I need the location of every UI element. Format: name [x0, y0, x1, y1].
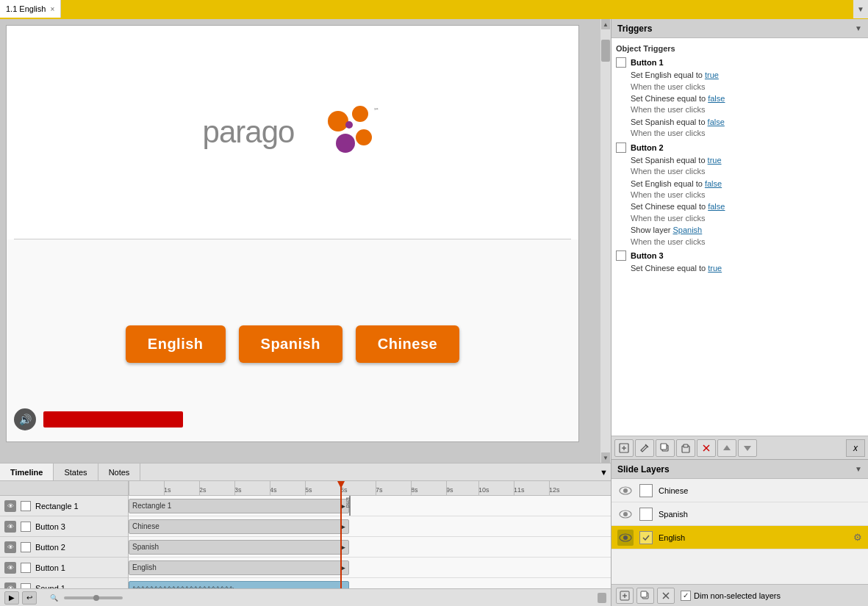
layer-item-spanish[interactable]: Spanish	[611, 502, 868, 526]
track-block-sound1[interactable]: ∿∿∿∿∿∿∿∿∿∿∿∿∿∿∿∿∿∿∿∿∿∿∿	[129, 581, 349, 589]
scroll-thumb[interactable]	[601, 40, 610, 62]
trigger-link-b2-4[interactable]: Spanish	[672, 226, 702, 234]
dim-layers-control[interactable]: ✓ Dim non-selected layers	[681, 591, 781, 601]
ruler-mark-3s: 3s	[234, 486, 242, 494]
timeline-dropdown-arrow[interactable]: ▼	[600, 468, 608, 477]
trigger-checkbox-button1[interactable]	[616, 57, 626, 68]
chinese-button[interactable]: Chinese	[356, 325, 459, 363]
trigger-checkbox-button2[interactable]	[616, 143, 626, 153]
spanish-button[interactable]: Spanish	[239, 325, 342, 363]
timeline-play-button[interactable]: ▶	[4, 591, 19, 605]
dim-layers-checkmark: ✓	[683, 591, 689, 599]
trigger-link-b2-2[interactable]: false	[705, 179, 722, 188]
trigger-edit-button[interactable]	[635, 439, 654, 457]
layer-add-button[interactable]	[616, 588, 634, 604]
track-eye-button1[interactable]: 👁	[4, 562, 16, 574]
layer-check-chinese[interactable]	[639, 484, 653, 497]
track-block-chinese[interactable]: Chinese ▶	[129, 519, 349, 534]
trigger-add-button[interactable]	[614, 439, 634, 457]
trigger-link-b1-3[interactable]: false	[708, 118, 725, 126]
track-block-label-rectangle1: Rectangle 1	[132, 502, 171, 510]
layer-copy-button[interactable]	[636, 588, 654, 604]
layers-content: Chinese Spanish	[611, 479, 868, 584]
ruler-mark-2s: 2s	[199, 486, 207, 494]
trigger-sub-b1-3: When the user clicks	[616, 128, 864, 139]
layer-check-spanish[interactable]	[639, 508, 653, 521]
top-bar: 1.1 English × ▼	[0, 0, 868, 19]
layer-eye-spanish[interactable]	[617, 506, 634, 522]
tab-english[interactable]: 1.1 English ×	[0, 0, 61, 18]
svg-point-19	[623, 488, 628, 493]
layer-gear-english[interactable]: ⚙	[853, 532, 862, 543]
track-row-spanish: Spanish ▶	[129, 537, 611, 558]
tab-states[interactable]: States	[54, 463, 98, 480]
track-eye-rectangle1[interactable]: 👁	[4, 500, 16, 512]
zoom-slider-thumb[interactable]	[93, 595, 99, 601]
ruler-mark-1s: 1s	[164, 486, 171, 494]
layer-item-chinese[interactable]: Chinese	[611, 479, 868, 502]
trigger-link-b2-3[interactable]: false	[708, 202, 725, 211]
layer-item-english[interactable]: English ⚙	[611, 526, 868, 549]
layer-eye-english[interactable]	[617, 530, 634, 546]
layer-delete-button[interactable]	[657, 588, 675, 604]
trigger-copy-button[interactable]	[656, 439, 675, 457]
trigger-link-b3-1[interactable]: true	[708, 264, 722, 273]
timeline-scrollbar[interactable]	[598, 593, 606, 603]
timeline-back-button[interactable]: ↩	[22, 591, 37, 605]
tab-notes[interactable]: Notes	[98, 463, 141, 480]
scroll-up-arrow[interactable]: ▲	[601, 19, 610, 29]
slide-layers-arrow[interactable]: ▼	[855, 465, 862, 473]
tab-label: 1.1 English	[6, 4, 46, 13]
svg-point-21	[623, 512, 628, 516]
trigger-delete-button[interactable]	[697, 439, 716, 457]
timeline-tab-ext: ▼	[140, 463, 611, 480]
svg-rect-28	[641, 591, 647, 597]
trigger-checkbox-button3[interactable]	[616, 250, 626, 261]
ruler-mark-10s: 10s	[478, 486, 489, 494]
layer-name-chinese: Chinese	[659, 486, 862, 495]
layer-check-english[interactable]	[639, 531, 653, 544]
track-check-button3[interactable]	[21, 522, 31, 532]
triggers-panel-arrow[interactable]: ▼	[855, 24, 862, 32]
corner-dropdown[interactable]: ▼	[853, 0, 868, 18]
trigger-sub-b1-1: When the user clicks	[616, 82, 864, 93]
track-check-button2[interactable]	[21, 542, 31, 552]
track-check-sound1[interactable]	[21, 583, 31, 589]
track-eye-sound1[interactable]: 👁	[4, 582, 16, 589]
trigger-link-b1-2[interactable]: false	[708, 94, 725, 103]
ruler-mark-5s: 5s	[305, 486, 312, 494]
track-block-english[interactable]: English ▶	[129, 560, 349, 575]
audio-progress-bar	[43, 411, 183, 428]
trigger-paste-button[interactable]	[676, 439, 695, 457]
svg-marker-16	[723, 445, 731, 450]
track-eye-button3[interactable]: 👁	[4, 521, 16, 533]
english-button[interactable]: English	[126, 325, 226, 363]
track-eye-button2[interactable]: 👁	[4, 541, 16, 553]
track-block-spanish[interactable]: Spanish ▶	[129, 540, 349, 555]
dim-layers-checkbox[interactable]: ✓	[681, 591, 691, 601]
slide-layers-header: Slide Layers ▼	[611, 460, 868, 479]
trigger-x-button[interactable]: x	[846, 439, 865, 457]
zoom-slider[interactable]	[64, 596, 123, 599]
trigger-link-b1-1[interactable]: true	[705, 71, 719, 79]
trigger-move-up-button[interactable]	[717, 439, 736, 457]
tab-timeline[interactable]: Timeline	[0, 463, 54, 480]
audio-icon[interactable]: 🔊	[14, 408, 36, 430]
scroll-down-arrow[interactable]: ▼	[601, 452, 610, 463]
triggers-panel-title: Triggers	[617, 24, 652, 34]
track-check-button1[interactable]	[21, 563, 31, 573]
track-block-rectangle1[interactable]: Rectangle 1 ▶	[129, 499, 349, 513]
trigger-action-b2-2: Set English equal to false	[616, 178, 864, 190]
playhead[interactable]	[340, 481, 342, 588]
track-block-label-spanish: Spanish	[132, 543, 159, 551]
trigger-link-b2-1[interactable]: true	[708, 156, 722, 165]
track-check-rectangle1[interactable]	[21, 501, 31, 511]
track-name-button1: Button 1	[35, 563, 123, 572]
svg-point-23	[623, 535, 628, 540]
layer-eye-chinese[interactable]	[617, 483, 634, 499]
track-label-button1: 👁 Button 1	[0, 558, 128, 578]
canvas-scrollbar-v[interactable]: ▲ ▼	[600, 19, 611, 463]
tab-close-button[interactable]: ×	[50, 5, 54, 13]
trigger-move-down-button[interactable]	[738, 439, 757, 457]
trigger-sub-b2-2: When the user clicks	[616, 190, 864, 201]
